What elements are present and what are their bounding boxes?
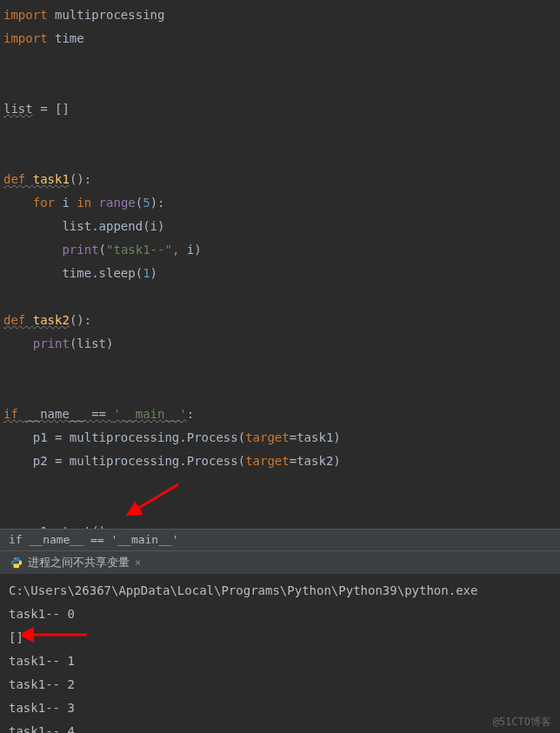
code-token: =task2): [290, 450, 341, 473]
code-token: def: [3, 309, 33, 332]
code-token: if: [3, 403, 25, 426]
code-line[interactable]: [0, 144, 560, 168]
python-icon: [10, 556, 23, 569]
code-token: ():: [70, 168, 91, 191]
code-token: target: [245, 450, 290, 473]
code-token: __name__ ==: [25, 403, 113, 426]
code-line[interactable]: print(list): [0, 332, 560, 356]
code-token: 5: [143, 191, 150, 215]
code-token: task1: [33, 168, 70, 191]
code-line[interactable]: [0, 473, 560, 496]
code-line[interactable]: for i in range(5):: [0, 191, 560, 215]
code-token: ():: [70, 309, 91, 332]
code-line[interactable]: p1.start(): [0, 520, 560, 529]
code-token: "task1--": [106, 238, 172, 262]
code-token: print: [62, 238, 98, 262]
svg-point-3: [17, 566, 18, 567]
code-token: print: [33, 332, 70, 356]
console-line: task1-- 4: [9, 720, 551, 733]
code-token: for: [3, 191, 62, 215]
code-line[interactable]: p2 = multiprocessing.Process(target=task…: [0, 450, 560, 473]
code-token: = []: [33, 97, 70, 121]
breadcrumb-text: if __name__ == '__main__': [9, 533, 179, 546]
code-token: task2: [33, 309, 70, 332]
code-token: '__main__': [113, 403, 186, 426]
code-token: multiprocessing: [48, 3, 165, 27]
code-line[interactable]: def task1():: [0, 168, 560, 191]
code-line[interactable]: list = []: [0, 97, 560, 121]
code-token: (: [99, 238, 106, 262]
breadcrumb[interactable]: if __name__ == '__main__': [0, 529, 560, 551]
code-token: time.sleep(: [3, 262, 143, 285]
code-token: [3, 332, 33, 356]
code-line[interactable]: time.sleep(1): [0, 262, 560, 285]
code-token: p2 = multiprocessing.Process(: [3, 450, 245, 473]
code-token: =task1): [290, 426, 341, 450]
console-line: task1-- 2: [9, 673, 551, 696]
tab-title: 进程之间不共享变量: [28, 555, 130, 570]
console-tab[interactable]: 进程之间不共享变量 ×: [5, 553, 146, 572]
code-token: (list): [70, 332, 114, 356]
code-token: p1 = multiprocessing.Process(: [3, 426, 245, 450]
code-token: list: [3, 97, 33, 121]
code-token: in: [77, 191, 98, 215]
code-line[interactable]: [0, 496, 560, 520]
code-token: p1.start(): [3, 520, 106, 529]
code-token: list.append(i): [3, 215, 164, 238]
code-token: i): [187, 238, 202, 262]
code-token: 1: [143, 262, 150, 285]
code-line[interactable]: print("task1--", i): [0, 238, 560, 262]
code-line[interactable]: [0, 285, 560, 309]
code-token: time: [48, 27, 84, 50]
code-token: i: [62, 191, 77, 215]
svg-point-2: [15, 558, 16, 559]
code-token: import: [3, 3, 48, 27]
console-line: task1-- 3: [9, 696, 551, 720]
code-line[interactable]: import time: [0, 27, 560, 50]
close-icon[interactable]: ×: [135, 556, 141, 569]
code-line[interactable]: import multiprocessing: [0, 3, 560, 27]
code-line[interactable]: [0, 379, 560, 403]
code-line[interactable]: def task2():: [0, 309, 560, 332]
console-line: []: [9, 626, 551, 650]
code-line[interactable]: [0, 121, 560, 144]
console-line: task1-- 0: [9, 603, 551, 626]
console-line: task1-- 1: [9, 650, 551, 673]
code-token: import: [3, 27, 48, 50]
code-token: :: [187, 403, 194, 426]
code-line[interactable]: [0, 356, 560, 379]
code-line[interactable]: [0, 74, 560, 97]
code-token: ): [150, 262, 157, 285]
code-token: (: [136, 191, 143, 215]
console-output[interactable]: C:\Users\26367\AppData\Local\Programs\Py…: [0, 574, 560, 733]
code-token: ,: [172, 238, 187, 262]
code-line[interactable]: p1 = multiprocessing.Process(target=task…: [0, 426, 560, 450]
code-token: [3, 238, 62, 262]
console-line: C:\Users\26367\AppData\Local\Programs\Py…: [9, 579, 551, 603]
code-line[interactable]: if __name__ == '__main__':: [0, 403, 560, 426]
console-tab-bar: 进程之间不共享变量 ×: [0, 551, 560, 574]
code-token: def: [3, 168, 33, 191]
watermark: @51CTO博客: [493, 715, 551, 730]
code-line[interactable]: [0, 50, 560, 74]
code-token: target: [245, 426, 290, 450]
code-editor[interactable]: import multiprocessingimport time list =…: [0, 0, 560, 529]
code-line[interactable]: list.append(i): [0, 215, 560, 238]
code-token: range: [99, 191, 136, 215]
code-token: ):: [150, 191, 165, 215]
